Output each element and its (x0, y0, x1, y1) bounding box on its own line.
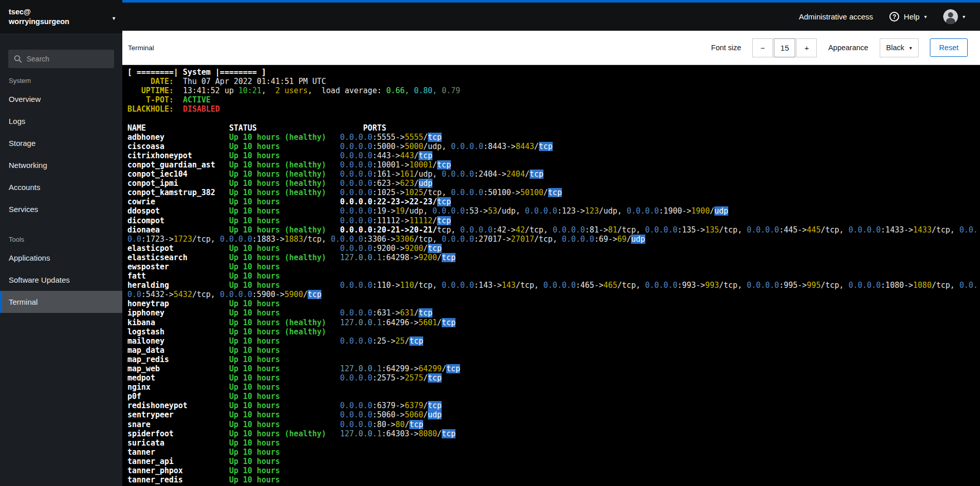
terminal-row: mailoney Up 10 hours 0.0.0.0:25->25/tcp (127, 336, 979, 346)
font-size-increase-button[interactable]: + (796, 38, 817, 57)
nav-section-tools: ToolsApplicationsSoftware UpdatesTermina… (0, 220, 122, 313)
terminal-row: map_data Up 10 hours (127, 346, 979, 355)
sidebar-item-services[interactable]: Services (0, 198, 122, 220)
page-title: Terminal (128, 44, 154, 52)
nav-section-label: Tools (0, 220, 122, 247)
sidebar-item-accounts[interactable]: Accounts (0, 176, 122, 198)
host-switcher[interactable]: tsec@ worryingsurgeon ▾ (0, 0, 122, 34)
terminal-row: fatt Up 10 hours (127, 271, 979, 281)
font-size-decrease-button[interactable]: − (752, 38, 773, 57)
terminal-row: conpot_ipmi Up 10 hours (healthy) 0.0.0.… (127, 179, 979, 188)
sidebar-item-networking[interactable]: Networking (0, 154, 122, 176)
terminal-row: honeytrap Up 10 hours (127, 299, 979, 308)
terminal-info-line: UPTIME: 13:41:52 up 10:21, 2 users, load… (127, 86, 979, 95)
chevron-down-icon: ▾ (963, 14, 965, 19)
session-menu-button[interactable]: ▾ (937, 5, 972, 28)
terminal-row: suricata Up 10 hours (127, 438, 979, 448)
search-input[interactable] (8, 50, 114, 68)
terminal-info-line: DATE: Thu 07 Apr 2022 01:41:51 PM UTC (127, 77, 979, 86)
terminal-table-header: NAME STATUS PORTS (127, 123, 979, 133)
terminal-row: map_redis Up 10 hours (127, 355, 979, 364)
administrative-access-button[interactable]: Administrative access (792, 8, 880, 25)
terminal-row: redishoneypot Up 10 hours 0.0.0.0:6379->… (127, 401, 979, 410)
terminal-row: elasticpot Up 10 hours 0.0.0.0:9200->920… (127, 244, 979, 253)
administrative-access-label: Administrative access (799, 12, 873, 21)
terminal-row: tanner_phpox Up 10 hours (127, 466, 979, 475)
terminal-output[interactable]: [ ========| System |======== ] DATE: Thu… (122, 65, 980, 486)
terminal-row: heralding Up 10 hours 0.0.0.0:110->110/t… (127, 281, 979, 299)
sidebar: tsec@ worryingsurgeon ▾ SystemOverviewLo… (0, 0, 122, 486)
terminal-banner: [ ========| System |======== ] (127, 68, 979, 77)
font-size-value[interactable]: 15 (774, 38, 795, 57)
font-size-stepper: − 15 + (752, 38, 817, 57)
search-icon (14, 55, 22, 65)
chevron-down-icon: ▾ (909, 45, 912, 51)
terminal-info-line: BLACKHOLE: DISABLED (127, 104, 979, 114)
nav-section-system: SystemOverviewLogsStorageNetworkingAccou… (0, 68, 122, 220)
terminal-row: conpot_guardian_ast Up 10 hours (healthy… (127, 160, 979, 170)
terminal-row: tanner_redis Up 10 hours (127, 475, 979, 484)
host-user: tsec@ (9, 7, 105, 17)
chevron-down-icon: ▾ (924, 14, 927, 19)
sidebar-item-overview[interactable]: Overview (0, 88, 122, 110)
terminal-row: kibana Up 10 hours (healthy) 127.0.0.1:6… (127, 318, 979, 327)
appearance-value: Black (886, 44, 904, 52)
terminal-row: ddospot Up 10 hours 0.0.0.0:19->19/udp, … (127, 206, 979, 216)
sidebar-item-terminal[interactable]: Terminal (0, 291, 122, 313)
masthead: Administrative access ? Help ▾ ▾ (122, 3, 980, 31)
terminal-row: conpot_iec104 Up 10 hours (healthy) 0.0.… (127, 170, 979, 179)
terminal-row: sentrypeer Up 10 hours 0.0.0.0:5060->506… (127, 410, 979, 419)
sidebar-item-logs[interactable]: Logs (0, 110, 122, 132)
help-label: Help (904, 12, 920, 21)
host-name: worryingsurgeon (9, 17, 105, 27)
terminal-row: spiderfoot Up 10 hours (healthy) 127.0.0… (127, 429, 979, 438)
terminal-row: citrixhoneypot Up 10 hours 0.0.0.0:443->… (127, 151, 979, 160)
terminal-blank-line (127, 114, 979, 123)
terminal-row: conpot_kamstrup_382 Up 10 hours (healthy… (127, 188, 979, 197)
terminal-row: ipphoney Up 10 hours 0.0.0.0:631->631/tc… (127, 308, 979, 318)
font-size-label: Font size (711, 44, 742, 52)
chevron-down-icon: ▾ (113, 13, 115, 23)
terminal-row: ewsposter Up 10 hours (127, 262, 979, 271)
appearance-select[interactable]: Black ▾ (880, 38, 919, 57)
terminal-row: adbhoney Up 10 hours (healthy) 0.0.0.0:5… (127, 133, 979, 142)
terminal-row: cowrie Up 10 hours 0.0.0.0:22-23->22-23/… (127, 197, 979, 206)
sidebar-search (8, 50, 114, 68)
help-icon: ? (889, 12, 899, 22)
sidebar-item-storage[interactable]: Storage (0, 132, 122, 154)
main-column: Administrative access ? Help ▾ ▾ Termina… (122, 0, 980, 486)
terminal-row: dionaea Up 10 hours (healthy) 0.0.0.0:20… (127, 225, 979, 244)
terminal-row: nginx Up 10 hours (127, 383, 979, 392)
terminal-row: map_web Up 10 hours 127.0.0.1:64299->642… (127, 364, 979, 373)
terminal-row: p0f Up 10 hours (127, 392, 979, 401)
terminal-row: tanner Up 10 hours (127, 448, 979, 457)
nav-section-label: System (0, 68, 122, 88)
terminal-toolbar: Terminal Font size − 15 + Appearance Bla… (122, 31, 980, 65)
terminal-row: medpot Up 10 hours 0.0.0.0:2575->2575/tc… (127, 373, 979, 383)
reset-button[interactable]: Reset (930, 38, 968, 57)
terminal-row: dicompot Up 10 hours 0.0.0.0:11112->1111… (127, 216, 979, 225)
terminal-row: ciscoasa Up 10 hours 0.0.0.0:5000->5000/… (127, 142, 979, 151)
toolbar-controls: Font size − 15 + Appearance Black ▾ Rese… (711, 38, 968, 57)
sidebar-item-applications[interactable]: Applications (0, 247, 122, 269)
avatar (943, 9, 958, 24)
sidebar-nav: SystemOverviewLogsStorageNetworkingAccou… (0, 68, 122, 313)
appearance-label: Appearance (828, 44, 868, 52)
app-root: tsec@ worryingsurgeon ▾ SystemOverviewLo… (0, 0, 980, 486)
terminal-info-line: T-POT: ACTIVE (127, 95, 979, 104)
terminal-row: logstash Up 10 hours (healthy) (127, 327, 979, 336)
sidebar-item-software-updates[interactable]: Software Updates (0, 269, 122, 291)
terminal-row: tanner_api Up 10 hours (127, 457, 979, 466)
terminal-row: elasticsearch Up 10 hours (healthy) 127.… (127, 253, 979, 262)
terminal-row: snare Up 10 hours 0.0.0.0:80->80/tcp (127, 420, 979, 429)
help-menu-button[interactable]: ? Help ▾ (883, 8, 933, 26)
